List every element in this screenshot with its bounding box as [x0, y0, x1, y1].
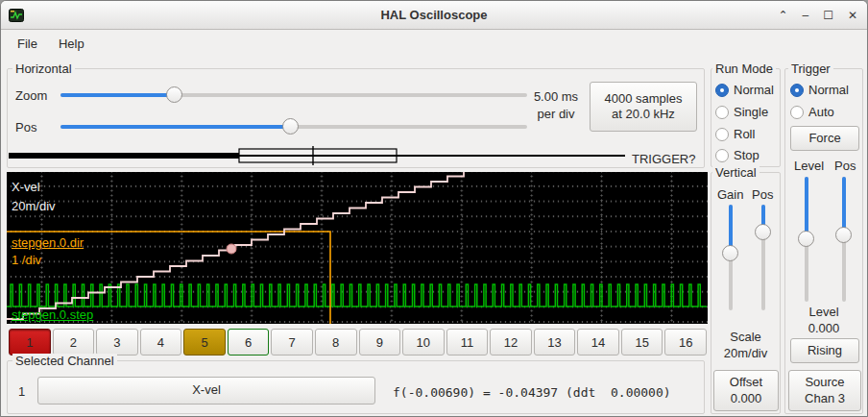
selected-channel-number: 1 [18, 384, 25, 399]
hal-oscilloscope-window: HAL Oscilloscope ⌃ – ☐ ✕ File Help Horiz… [0, 0, 868, 417]
window-title: HAL Oscilloscope [1, 8, 867, 22]
radio-icon[interactable] [715, 106, 729, 119]
vertical-scale-caption: Scale [711, 330, 781, 344]
sample-rate-line2: at 20.0 kHz [612, 107, 675, 122]
maximize-button[interactable]: ☐ [823, 10, 833, 21]
sample-rate-button[interactable]: 4000 samples at 20.0 kHz [590, 82, 697, 132]
selected-sample-marker[interactable] [227, 244, 236, 254]
channel-button-12[interactable]: 12 [490, 329, 532, 356]
time-per-div-caption: per div [527, 107, 585, 121]
zoom-slider-fill [60, 93, 174, 97]
sample-rate-line1: 4000 samples [605, 91, 683, 107]
close-button[interactable]: ✕ [848, 10, 857, 21]
force-trigger-button[interactable]: Force [790, 126, 859, 151]
ch1-name-label: X-vel [12, 180, 40, 194]
selected-channel-name-button[interactable]: X-vel [37, 377, 375, 405]
scope-traces [7, 172, 708, 324]
channel-button-8[interactable]: 8 [315, 329, 357, 356]
selected-channel-frame-label: Selected Channel [12, 354, 117, 368]
trigger-source-line1: Source [805, 375, 844, 390]
zoom-slider-thumb[interactable] [166, 86, 182, 103]
ch5-scale-label: 1 /div [12, 253, 41, 267]
channel-button-3[interactable]: 3 [96, 329, 138, 356]
channel-button-11[interactable]: 11 [446, 329, 489, 356]
vertical-offset-button[interactable]: Offset 0.000 [713, 370, 779, 411]
vertical-gain-label: Gain [717, 187, 743, 202]
run-mode-roll[interactable]: Roll [715, 127, 755, 141]
trigger-level-value: 0.000 [785, 321, 862, 335]
vertical-pos-label: Pos [752, 187, 773, 202]
channel-button-row: 1 2 3 4 5 6 7 8 9 10 11 12 13 14 15 16 [9, 329, 707, 356]
run-mode-single[interactable]: Single [715, 105, 768, 119]
zoom-label: Zoom [15, 88, 47, 103]
selected-channel-name: X-vel [192, 382, 221, 398]
channel-button-14[interactable]: 14 [577, 329, 619, 356]
menu-file[interactable]: File [9, 34, 46, 54]
trigger-mode-auto[interactable]: Auto [790, 105, 834, 119]
radio-icon[interactable] [790, 106, 804, 119]
channel-button-15[interactable]: 15 [621, 329, 663, 356]
ch5-name-label: stepgen.0.dir [12, 235, 84, 250]
menubar: File Help [1, 31, 867, 57]
pos-slider-thumb[interactable] [282, 118, 299, 135]
minimize-button[interactable]: – [802, 10, 808, 21]
trigger-edge-button[interactable]: Rising [790, 338, 859, 363]
channel-button-5[interactable]: 5 [183, 329, 226, 356]
vertical-pos-thumb[interactable] [755, 224, 771, 240]
radio-icon[interactable] [715, 128, 729, 141]
trigger-source-line2: Chan 3 [805, 391, 845, 406]
ch6-name-label: stepgen.0.step [12, 307, 93, 322]
pos-slider[interactable] [60, 118, 527, 135]
vertical-gain-thumb[interactable] [722, 245, 738, 261]
trigger-pos-slider-label: Pos [834, 159, 856, 173]
record-position-indicator[interactable] [9, 146, 625, 165]
channel-button-4[interactable]: 4 [140, 329, 182, 356]
run-mode-roll-label: Roll [734, 127, 755, 141]
radio-icon[interactable] [715, 84, 729, 97]
vertical-offset-line2: 0.000 [731, 391, 762, 406]
channel-readout: f(-0.00690) = -0.04397 (ddt 0.00000) [393, 385, 671, 400]
channel-button-1[interactable]: 1 [9, 329, 51, 356]
radio-icon[interactable] [715, 149, 729, 162]
trigger-level-slider-label: Level [794, 159, 824, 173]
trigger-source-button[interactable]: Source Chan 3 [788, 370, 861, 411]
force-button-label: Force [808, 131, 840, 146]
menu-help[interactable]: Help [50, 34, 93, 54]
run-mode-single-label: Single [734, 105, 768, 119]
run-mode-stop-label: Stop [734, 148, 760, 162]
trigger-frame-label: Trigger [788, 61, 833, 76]
channel-button-13[interactable]: 13 [534, 329, 576, 356]
channel-button-7[interactable]: 7 [271, 329, 313, 356]
channel-button-9[interactable]: 9 [359, 329, 401, 356]
trigger-pos-thumb[interactable] [835, 227, 852, 243]
trigger-auto-label: Auto [808, 105, 834, 119]
zoom-slider[interactable] [60, 86, 527, 104]
vertical-offset-line1: Offset [730, 375, 762, 390]
trigger-pos-vslider[interactable] [835, 177, 853, 302]
trigger-edge-label: Rising [808, 343, 842, 358]
channel-button-10[interactable]: 10 [402, 329, 445, 356]
trigger-mode-normal[interactable]: Normal [790, 83, 849, 97]
shade-button[interactable]: ⌃ [778, 10, 787, 21]
run-mode-frame-label: Run Mode [712, 61, 776, 76]
radio-icon[interactable] [790, 84, 804, 97]
run-mode-stop[interactable]: Stop [715, 148, 760, 162]
trigger-level-caption: Level [785, 305, 862, 319]
titlebar[interactable]: HAL Oscilloscope ⌃ – ☐ ✕ [1, 1, 867, 30]
vertical-gain-slider[interactable] [722, 205, 739, 310]
trigger-level-thumb[interactable] [798, 231, 814, 247]
scope-display[interactable]: X-vel 20m/div stepgen.0.dir 1 /div stepg… [7, 172, 708, 324]
vertical-frame-label: Vertical [712, 165, 760, 180]
record-filled-bar [9, 153, 239, 159]
vertical-scale-value: 20m/div [711, 346, 781, 360]
channel-button-6[interactable]: 6 [228, 329, 270, 356]
horizontal-frame-label: Horizontal [12, 61, 75, 76]
run-mode-normal[interactable]: Normal [715, 83, 774, 97]
trigger-pos-fill [842, 177, 846, 234]
trigger-level-slider[interactable] [798, 177, 815, 302]
ch1-scale-label: 20m/div [12, 199, 56, 213]
channel-button-16[interactable]: 16 [664, 329, 707, 356]
vertical-pos-slider[interactable] [755, 205, 772, 310]
trigger-normal-label: Normal [808, 83, 849, 97]
channel-button-2[interactable]: 2 [53, 329, 95, 356]
